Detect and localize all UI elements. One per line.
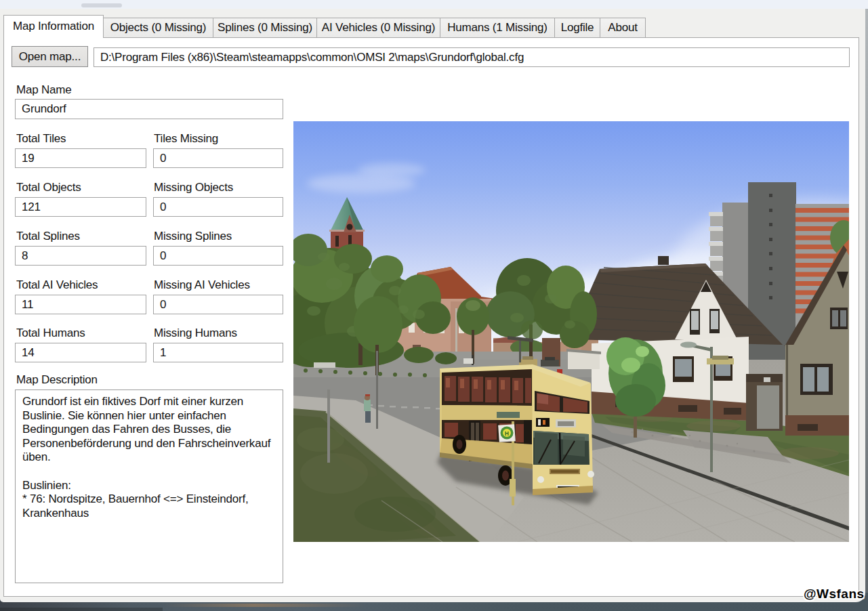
svg-text:H: H bbox=[505, 430, 509, 437]
